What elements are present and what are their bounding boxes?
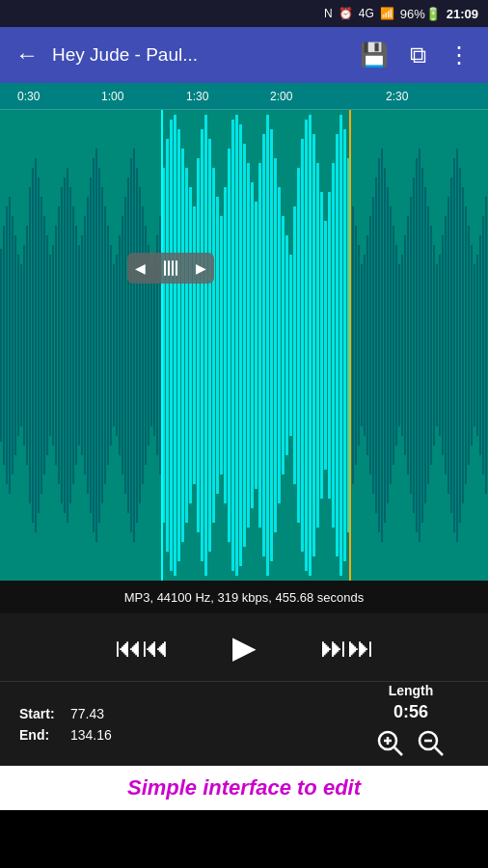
svg-rect-92 xyxy=(297,168,300,523)
svg-rect-29 xyxy=(81,235,83,455)
svg-rect-9 xyxy=(23,245,25,446)
svg-rect-131 xyxy=(424,187,426,503)
length-label: Length xyxy=(389,683,434,698)
svg-rect-136 xyxy=(439,255,441,436)
svg-rect-68 xyxy=(204,115,207,576)
svg-rect-128 xyxy=(416,158,418,532)
back-button[interactable]: ← xyxy=(12,38,42,72)
zoom-out-button[interactable] xyxy=(416,728,447,766)
svg-rect-120 xyxy=(393,226,394,465)
svg-rect-18 xyxy=(49,255,51,436)
svg-rect-111 xyxy=(366,235,368,455)
svg-rect-23 xyxy=(64,177,66,513)
svg-rect-49 xyxy=(139,187,141,503)
rewind-button[interactable]: ⏮⏮ xyxy=(107,624,176,671)
svg-rect-115 xyxy=(378,158,380,532)
start-drag-handle[interactable]: ◀ ▶ xyxy=(127,253,214,284)
svg-rect-27 xyxy=(75,226,77,465)
svg-rect-99 xyxy=(324,221,327,470)
svg-rect-72 xyxy=(220,216,223,475)
ruler-label-130: 1:30 xyxy=(186,90,208,103)
ruler-label-100: 1:00 xyxy=(101,90,123,103)
length-value: 0:56 xyxy=(393,702,428,722)
svg-rect-94 xyxy=(305,120,308,571)
start-label: Start: xyxy=(19,706,63,721)
svg-rect-113 xyxy=(372,197,374,494)
svg-rect-114 xyxy=(375,177,377,513)
svg-rect-85 xyxy=(270,129,273,561)
svg-rect-75 xyxy=(231,120,234,571)
svg-rect-74 xyxy=(228,149,230,542)
svg-rect-12 xyxy=(32,168,34,523)
svg-rect-88 xyxy=(282,216,285,475)
svg-rect-5 xyxy=(12,216,14,475)
svg-rect-17 xyxy=(46,235,48,455)
end-row: End: 134.16 xyxy=(19,727,314,743)
mobile-data-icon: 4G xyxy=(359,7,374,20)
svg-rect-87 xyxy=(278,187,281,503)
app-bar: ← Hey Jude - Paul... 💾 ⧉ ⋮ xyxy=(0,27,488,83)
svg-rect-130 xyxy=(421,168,423,523)
ruler-label-030: 0:30 xyxy=(17,90,40,103)
svg-rect-42 xyxy=(119,235,121,455)
left-arrow-icon: ◀ xyxy=(135,260,146,276)
svg-rect-64 xyxy=(189,187,192,503)
play-button[interactable]: ▶ xyxy=(225,621,264,673)
svg-rect-25 xyxy=(69,187,71,503)
svg-rect-146 xyxy=(468,226,470,465)
svg-rect-73 xyxy=(224,187,227,503)
signal-icon: 📶 xyxy=(380,7,394,20)
end-value: 134.16 xyxy=(70,727,112,743)
start-row: Start: 77.43 xyxy=(19,706,314,721)
svg-rect-24 xyxy=(67,168,68,523)
app-title: Hey Jude - Paul... xyxy=(52,44,344,66)
svg-rect-38 xyxy=(107,226,109,465)
more-options-button[interactable]: ⋮ xyxy=(442,36,476,74)
svg-rect-104 xyxy=(343,129,346,561)
zoom-in-button[interactable] xyxy=(375,728,406,766)
svg-rect-76 xyxy=(235,115,238,576)
svg-rect-59 xyxy=(170,120,173,571)
svg-rect-41 xyxy=(116,255,118,436)
svg-rect-3 xyxy=(6,206,8,484)
svg-rect-84 xyxy=(266,115,269,576)
svg-rect-8 xyxy=(20,264,22,426)
fast-forward-button[interactable]: ⏭⏭ xyxy=(312,624,382,671)
svg-rect-119 xyxy=(390,206,392,484)
waveform-area[interactable]: ◀ ▶ ◀ ▶ xyxy=(0,110,488,581)
svg-rect-2 xyxy=(3,226,5,465)
svg-rect-1 xyxy=(0,249,2,442)
svg-rect-95 xyxy=(309,115,312,576)
battery-icon: 96%🔋 xyxy=(400,7,441,21)
svg-rect-36 xyxy=(101,187,103,503)
svg-rect-145 xyxy=(465,206,467,484)
svg-rect-48 xyxy=(136,168,138,523)
end-label: End: xyxy=(19,727,63,743)
svg-rect-4 xyxy=(9,197,11,494)
svg-rect-144 xyxy=(462,187,464,503)
svg-rect-40 xyxy=(113,264,115,426)
svg-rect-77 xyxy=(239,124,242,566)
svg-rect-140 xyxy=(450,177,452,513)
svg-rect-46 xyxy=(130,158,132,532)
zoom-out-icon xyxy=(416,728,447,759)
svg-rect-16 xyxy=(43,216,45,475)
svg-rect-21 xyxy=(58,206,60,484)
svg-rect-80 xyxy=(251,182,254,508)
svg-rect-67 xyxy=(201,129,203,561)
svg-rect-71 xyxy=(216,197,219,494)
svg-rect-135 xyxy=(436,264,438,426)
svg-rect-35 xyxy=(98,168,100,523)
start-value: 77.43 xyxy=(70,706,104,721)
svg-rect-124 xyxy=(404,235,406,455)
network-icon: N xyxy=(324,7,333,20)
copy-button[interactable]: ⧉ xyxy=(404,36,432,74)
svg-rect-106 xyxy=(352,206,354,484)
svg-rect-69 xyxy=(208,139,211,552)
svg-rect-122 xyxy=(398,264,400,426)
zoom-buttons xyxy=(375,728,447,766)
svg-rect-28 xyxy=(78,245,80,446)
save-button[interactable]: 💾 xyxy=(354,36,394,74)
svg-rect-93 xyxy=(301,139,304,552)
svg-rect-79 xyxy=(247,163,250,528)
